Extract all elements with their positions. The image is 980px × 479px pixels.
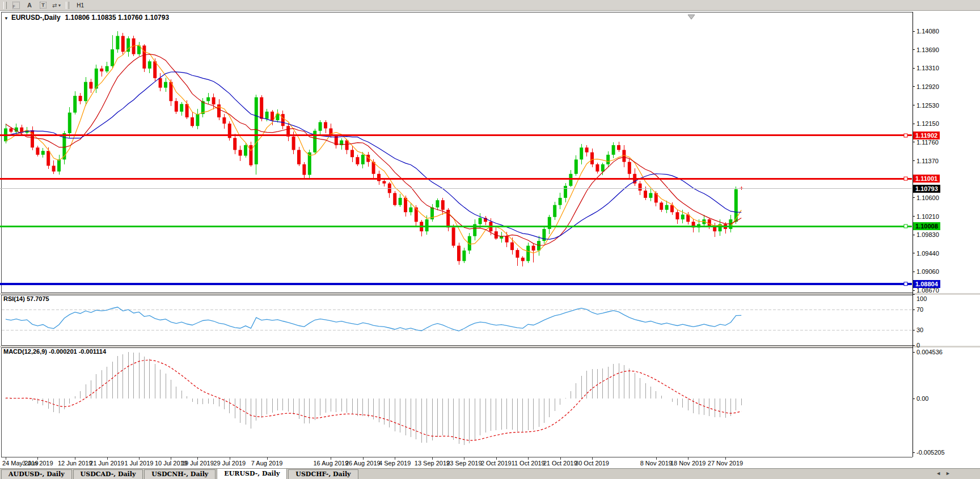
chart-tab-usdchf[interactable]: USDCHF-, Daily xyxy=(288,469,358,479)
candle[interactable] xyxy=(681,215,685,219)
candle[interactable] xyxy=(399,198,402,205)
candle[interactable] xyxy=(590,152,594,164)
candle[interactable] xyxy=(164,82,167,88)
candle[interactable] xyxy=(111,49,114,66)
candle[interactable] xyxy=(206,98,210,101)
candle[interactable] xyxy=(612,145,615,155)
candle[interactable] xyxy=(148,61,151,69)
candle[interactable] xyxy=(628,162,631,174)
candle[interactable] xyxy=(639,184,642,191)
candle[interactable] xyxy=(217,104,221,117)
candle[interactable] xyxy=(601,164,605,172)
candle[interactable] xyxy=(649,193,652,198)
candle[interactable] xyxy=(660,202,663,210)
candle[interactable] xyxy=(575,159,578,173)
candle[interactable] xyxy=(595,164,599,172)
candle[interactable] xyxy=(559,198,562,205)
candle[interactable] xyxy=(457,245,461,261)
candle[interactable] xyxy=(393,193,396,205)
hline-handle[interactable] xyxy=(904,177,907,180)
candle[interactable] xyxy=(329,128,332,135)
candle[interactable] xyxy=(212,98,216,105)
candle[interactable] xyxy=(292,137,295,150)
candle[interactable] xyxy=(505,236,509,243)
candle[interactable] xyxy=(404,198,407,212)
hline-handle[interactable] xyxy=(904,134,907,137)
candle[interactable] xyxy=(297,150,301,164)
candle[interactable] xyxy=(302,164,306,175)
candle[interactable] xyxy=(142,45,146,69)
candle[interactable] xyxy=(68,113,71,133)
chart-area[interactable]: ▼EURUSD-,Daily1.10806 1.10835 1.10760 1.… xyxy=(0,11,980,479)
hline-handle[interactable] xyxy=(904,282,907,286)
candle[interactable] xyxy=(382,181,386,183)
candle[interactable] xyxy=(713,227,716,231)
candle[interactable] xyxy=(350,150,354,158)
candle[interactable] xyxy=(281,114,285,126)
candle[interactable] xyxy=(409,207,412,212)
candle[interactable] xyxy=(361,155,365,164)
candle[interactable] xyxy=(569,174,572,186)
price-chart-canvas[interactable] xyxy=(0,11,980,457)
toolbar-grip[interactable] xyxy=(3,2,7,9)
candle[interactable] xyxy=(84,82,87,101)
candle[interactable] xyxy=(319,122,322,131)
hline-handle[interactable] xyxy=(904,224,907,228)
candle[interactable] xyxy=(606,155,610,164)
candle[interactable] xyxy=(377,174,381,181)
candle[interactable] xyxy=(436,200,439,207)
candle[interactable] xyxy=(222,117,226,124)
candle[interactable] xyxy=(271,112,274,120)
candle[interactable] xyxy=(95,69,98,88)
candle[interactable] xyxy=(52,166,56,171)
candle[interactable] xyxy=(239,150,242,156)
candle[interactable] xyxy=(57,159,61,171)
candle[interactable] xyxy=(79,96,82,101)
candle[interactable] xyxy=(89,82,92,89)
candle[interactable] xyxy=(452,227,455,245)
candle[interactable] xyxy=(265,112,269,119)
toolbar-grip[interactable] xyxy=(66,2,69,9)
candle[interactable] xyxy=(153,61,157,78)
candle[interactable] xyxy=(526,245,530,261)
candle[interactable] xyxy=(580,147,583,159)
candle[interactable] xyxy=(479,218,482,224)
candle[interactable] xyxy=(644,190,647,198)
candle[interactable] xyxy=(185,104,189,117)
candle[interactable] xyxy=(244,145,247,156)
candle[interactable] xyxy=(180,104,183,112)
candle[interactable] xyxy=(564,186,567,198)
candle[interactable] xyxy=(100,69,103,71)
candle[interactable] xyxy=(446,210,450,227)
candle[interactable] xyxy=(47,151,50,166)
chart-tab-usdcad[interactable]: USDCAD-, Daily xyxy=(73,469,143,479)
candle[interactable] xyxy=(585,147,589,152)
candle[interactable] xyxy=(249,145,252,165)
candle[interactable] xyxy=(116,36,119,49)
candle[interactable] xyxy=(313,131,316,152)
candle[interactable] xyxy=(548,217,551,229)
timeframe-button-h1[interactable]: H1 xyxy=(72,1,92,10)
chart-tab-eurusd[interactable]: EURUSD-, Daily xyxy=(217,468,287,479)
chart-tab-usdcnh[interactable]: USDCNH-, Daily xyxy=(144,469,216,479)
candle[interactable] xyxy=(73,96,77,113)
candle[interactable] xyxy=(462,251,466,261)
candle[interactable] xyxy=(121,36,125,52)
chart-tab-audusd[interactable]: AUDUSD-, Daily xyxy=(1,469,72,479)
candle[interactable] xyxy=(665,205,669,210)
text-label-icon[interactable]: T xyxy=(37,1,49,10)
candle[interactable] xyxy=(675,212,679,219)
candle[interactable] xyxy=(617,145,620,150)
candle[interactable] xyxy=(441,200,445,210)
tab-scroll-left-icon[interactable]: ◄ xyxy=(936,470,941,476)
candle[interactable] xyxy=(159,78,162,88)
candle[interactable] xyxy=(324,122,327,129)
grid-f-icon[interactable]: F xyxy=(10,1,22,10)
candle[interactable] xyxy=(356,157,359,164)
candle[interactable] xyxy=(345,141,349,150)
candle[interactable] xyxy=(255,98,258,164)
candle[interactable] xyxy=(196,114,199,126)
candle[interactable] xyxy=(191,117,194,126)
candle[interactable] xyxy=(388,184,391,193)
text-cursor-icon[interactable]: A xyxy=(23,1,36,10)
